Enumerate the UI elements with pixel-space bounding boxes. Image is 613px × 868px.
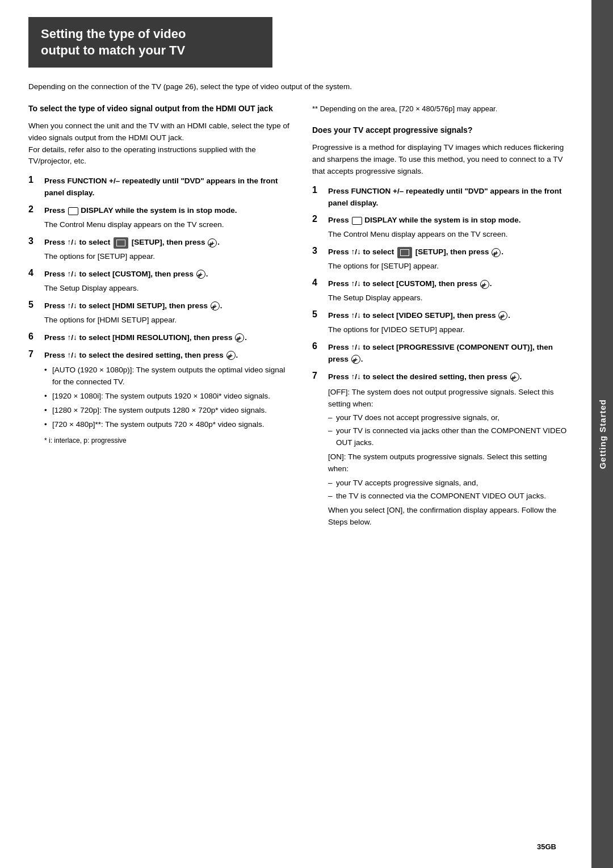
on-dash-1: your TV accepts progressive signals, and… [328,477,569,489]
bullet-item-2: [1920 × 1080i]: The system outputs 1920 … [44,391,289,402]
bullet-item-4: [720 × 480p]**: The system outputs 720 ×… [44,419,289,431]
left-section-intro: When you connect the unit and the TV wit… [28,120,289,168]
sidebar-label: Getting Started [598,399,607,469]
display-icon [68,207,78,215]
display-icon-r [352,217,362,225]
plus-icon-4: + [235,333,244,342]
plus-icon-r4: + [351,355,360,364]
plus-icon-r3: + [498,311,507,320]
page-container: Getting Started Setting the type of vide… [0,0,613,868]
two-col-layout: To select the type of video signal outpu… [28,103,569,845]
plus-icon-3: + [211,301,220,311]
left-step-3: 3 Press ↑/↓ to select [SETUP], then pres… [28,237,289,263]
left-steps-list: 1 Press FUNCTION +/– repeatedly until "D… [28,175,289,446]
content-area: Setting the type of video output to matc… [0,0,591,868]
bullet-item-3: [1280 × 720p]: The system outputs 1280 ×… [44,405,289,417]
right-step-1: 1 Press FUNCTION +/– repeatedly until "D… [312,186,569,209]
right-section-intro: Progressive is a method for displaying T… [312,142,569,178]
left-step-6: 6 Press ↑/↓ to select [HDMI RESOLUTION],… [28,332,289,344]
title-box: Setting the type of video output to matc… [28,17,272,68]
left-column: To select the type of video signal outpu… [28,103,289,845]
plus-icon-r1: + [492,248,501,257]
on-dash-list: your TV accepts progressive signals, and… [328,477,569,502]
left-bullet-list: [AUTO (1920 × 1080p)]: The system output… [44,364,289,431]
right-top-note: ** Depending on the area, [720 × 480/576… [312,103,569,115]
plus-icon: + [208,238,217,248]
left-step-4: 4 Press ↑/↓ to select [CUSTOM], then pre… [28,269,289,295]
left-step-1: 1 Press FUNCTION +/– repeatedly until "D… [28,175,289,199]
left-step-5: 5 Press ↑/↓ to select [HDMI SETUP], then… [28,300,289,326]
on-dash-2: the TV is connected via the COMPONENT VI… [328,490,569,502]
right-section-heading: Does your TV accept progressive signals? [312,125,569,136]
off-dash-2: your TV is connected via jacks other tha… [328,425,569,449]
plus-icon-r5: + [510,372,519,381]
left-section-heading: To select the type of video signal outpu… [28,103,289,115]
setup-icon [114,237,128,249]
right-step-4: 4 Press ↑/↓ to select [CUSTOM], then pre… [312,278,569,304]
right-step-2: 2 Press DISPLAY while the system is in s… [312,215,569,241]
off-dash-list: your TV does not accept progressive sign… [328,412,569,449]
plus-icon-2: + [196,270,205,279]
plus-icon-r2: + [480,280,489,289]
setup-icon-r [397,247,412,258]
off-dash-1: your TV does not accept progressive sign… [328,412,569,424]
footnote: * i: interlace, p: progressive [44,435,289,446]
right-steps-list: 1 Press FUNCTION +/– repeatedly until "D… [312,186,569,529]
right-step-5: 5 Press ↑/↓ to select [VIDEO SETUP], the… [312,310,569,336]
right-step-7: 7 Press ↑/↓ to select the desired settin… [312,371,569,529]
plus-icon-5: + [226,351,236,360]
page-number: 35GB [537,842,585,851]
left-step-2: 2 Press DISPLAY while the system is in s… [28,205,289,231]
left-step-7: 7 Press ↑/↓ to select the desired settin… [28,350,289,446]
right-step-3: 3 Press ↑/↓ to select [SETUP], then pres… [312,246,569,272]
sidebar-tab: Getting Started [591,0,613,868]
right-column: ** Depending on the area, [720 × 480/576… [312,103,569,845]
bullet-item-1: [AUTO (1920 × 1080p)]: The system output… [44,364,289,388]
right-step-6: 6 Press ↑/↓ to select [PROGRESSIVE (COMP… [312,342,569,366]
intro-text: Depending on the connection of the TV (p… [28,81,569,93]
page-title: Setting the type of video output to matc… [41,26,260,58]
